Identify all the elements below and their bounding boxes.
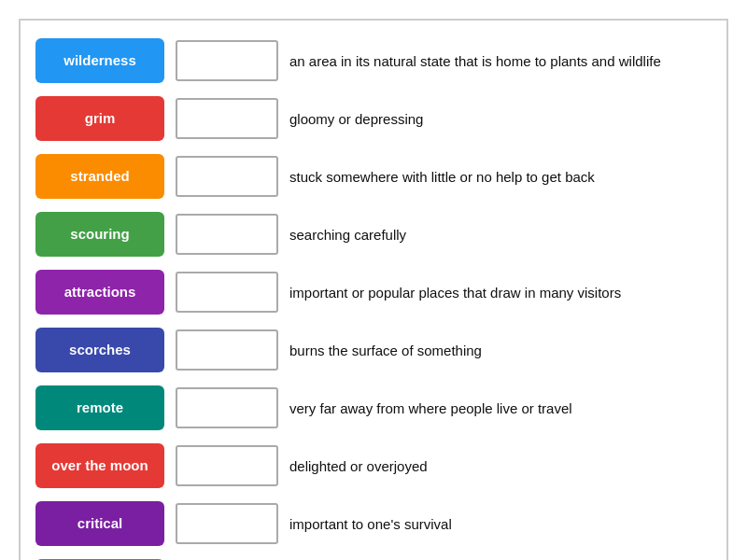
definition-over-the-moon: delighted or overjoyed xyxy=(289,456,712,476)
match-row: grimgloomy or depressing xyxy=(35,93,712,144)
match-row: strandedstuck somewhere with little or n… xyxy=(35,151,712,202)
answer-box-scouring[interactable] xyxy=(176,214,278,255)
answer-box-stranded[interactable] xyxy=(176,156,278,197)
word-button-stranded[interactable]: stranded xyxy=(35,154,164,199)
word-button-over-the-moon[interactable]: over the moon xyxy=(35,443,164,488)
definition-stranded: stuck somewhere with little or no help t… xyxy=(289,167,712,187)
answer-box-wilderness[interactable] xyxy=(176,40,278,81)
word-button-scorches[interactable]: scorches xyxy=(35,328,164,372)
answer-box-over-the-moon[interactable] xyxy=(176,445,278,486)
word-button-wilderness[interactable]: wilderness xyxy=(35,38,164,83)
word-button-critical[interactable]: critical xyxy=(35,501,164,546)
match-row: scorchesburns the surface of something xyxy=(35,325,712,375)
answer-box-scorches[interactable] xyxy=(176,329,278,371)
definition-wilderness: an area in its natural state that is hom… xyxy=(289,51,712,71)
match-row: scouringsearching carefully xyxy=(35,209,712,259)
answer-box-attractions[interactable] xyxy=(176,272,278,313)
match-row: criticalimportant to one's survival xyxy=(35,498,712,549)
match-row: remotevery far away from where people li… xyxy=(35,383,712,433)
definition-critical: important to one's survival xyxy=(289,514,712,534)
match-row: wildernessan area in its natural state t… xyxy=(35,35,712,86)
word-button-grim[interactable]: grim xyxy=(35,96,164,141)
match-row: attractionsimportant or popular places t… xyxy=(35,267,712,317)
answer-box-remote[interactable] xyxy=(176,387,278,428)
answer-box-grim[interactable] xyxy=(176,98,278,139)
match-row: brutalextremely harsh or uncomfortable xyxy=(35,556,712,560)
definition-attractions: important or popular places that draw in… xyxy=(289,283,712,302)
matching-container: wildernessan area in its natural state t… xyxy=(19,19,728,560)
match-row: over the moondelighted or overjoyed xyxy=(35,441,712,491)
word-button-attractions[interactable]: attractions xyxy=(35,270,164,315)
definition-scorches: burns the surface of something xyxy=(289,341,712,360)
definition-grim: gloomy or depressing xyxy=(289,109,712,129)
definition-remote: very far away from where people live or … xyxy=(289,399,712,418)
answer-box-critical[interactable] xyxy=(176,503,278,544)
definition-scouring: searching carefully xyxy=(289,225,712,245)
word-button-remote[interactable]: remote xyxy=(35,385,164,430)
word-button-scouring[interactable]: scouring xyxy=(35,212,164,257)
